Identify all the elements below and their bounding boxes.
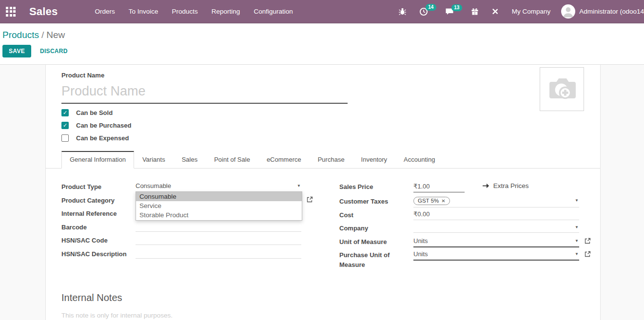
- field-sales-price: Sales Price ₹1.00 Extra Prices: [339, 180, 579, 194]
- menu-configuration[interactable]: Configuration: [247, 0, 299, 22]
- chevron-down-icon[interactable]: ▼: [575, 252, 579, 256]
- messages-chat-icon[interactable]: 13: [445, 8, 454, 16]
- checkbox-label: Can be Purchased: [76, 122, 131, 129]
- field-hsn-sac-code: HSN/SAC Code: [61, 233, 301, 247]
- extra-prices-button[interactable]: Extra Prices: [483, 182, 529, 189]
- checkbox-can-be-purchased[interactable]: Can be Purchased: [61, 122, 600, 129]
- product-type-label: Product Type: [61, 180, 136, 192]
- tab-inventory[interactable]: Inventory: [353, 151, 395, 169]
- field-hsn-sac-description: HSN/SAC Description: [61, 247, 301, 261]
- uom-label: Unit of Measure: [339, 235, 413, 247]
- chevron-down-icon[interactable]: ▼: [575, 198, 579, 203]
- camera-plus-icon: [546, 74, 579, 104]
- field-barcode: Barcode: [61, 220, 301, 234]
- product-name-input[interactable]: [61, 79, 348, 104]
- user-name: Administrator (odoo14: [579, 8, 644, 15]
- checkbox-checked-icon[interactable]: [61, 122, 69, 129]
- tab-sales[interactable]: Sales: [174, 151, 206, 169]
- checkbox-checked-icon[interactable]: [61, 109, 69, 116]
- apps-menu-icon[interactable]: [6, 7, 16, 17]
- save-button[interactable]: SAVE: [2, 45, 31, 57]
- product-name-label: Product Name: [61, 72, 600, 79]
- chevron-down-icon[interactable]: ▼: [575, 225, 579, 229]
- product-category-label: Product Category: [61, 193, 136, 206]
- sales-price-input[interactable]: ₹1.00: [413, 183, 465, 192]
- external-link-icon[interactable]: [585, 251, 591, 257]
- company-switcher[interactable]: My Company: [512, 8, 551, 15]
- general-information-panel: Product Type Consumable ▼ Consumable Ser…: [61, 180, 600, 270]
- sales-price-label: Sales Price: [339, 180, 413, 192]
- cost-input[interactable]: ₹0.00: [413, 208, 579, 220]
- gift-icon[interactable]: [471, 7, 479, 16]
- capability-checkboxes: Can be Sold Can be Purchased Can be Expe…: [61, 109, 600, 142]
- option-service[interactable]: Service: [136, 201, 302, 210]
- checkbox-label: Can be Sold: [76, 109, 113, 116]
- internal-notes-section: Internal Notes This note is only for int…: [61, 292, 600, 320]
- debug-bug-icon[interactable]: [398, 7, 407, 16]
- menu-to-invoice[interactable]: To Invoice: [122, 0, 165, 22]
- checkbox-can-be-sold[interactable]: Can be Sold: [61, 109, 600, 116]
- uom-input[interactable]: Units ▼: [413, 235, 579, 247]
- hsn-sac-code-label: HSN/SAC Code: [61, 233, 136, 245]
- notebook-tabs: General Information Variants Sales Point…: [45, 151, 600, 169]
- tab-accounting[interactable]: Accounting: [395, 151, 443, 169]
- activities-count-badge[interactable]: 14: [426, 4, 436, 11]
- user-menu[interactable]: Administrator (odoo14: [561, 4, 644, 19]
- field-purchase-unit-of-measure: Purchase Unit of Measure Units ▼: [339, 248, 579, 270]
- barcode-label: Barcode: [61, 220, 136, 232]
- internal-notes-title: Internal Notes: [61, 292, 600, 303]
- tax-tag-label: GST 5%: [418, 198, 439, 204]
- cost-value: ₹0.00: [413, 210, 430, 218]
- hsn-sac-description-input[interactable]: [136, 247, 301, 259]
- breadcrumb: Products/New: [2, 30, 644, 40]
- tab-purchase[interactable]: Purchase: [310, 151, 353, 169]
- barcode-input[interactable]: [136, 220, 301, 232]
- checkbox-can-be-expensed[interactable]: Can be Expensed: [61, 134, 600, 142]
- left-column: Product Type Consumable ▼ Consumable Ser…: [61, 180, 301, 270]
- control-panel: Products/New SAVE DISCARD: [0, 23, 644, 65]
- form-sheet: Product Name Can be Sold Can be Purchase…: [45, 65, 601, 320]
- checkbox-unchecked-icon[interactable]: [61, 134, 69, 142]
- external-link-icon[interactable]: [307, 196, 313, 203]
- breadcrumb-separator: /: [39, 30, 46, 40]
- form-buttons: SAVE DISCARD: [2, 45, 644, 57]
- company-input[interactable]: ▼: [413, 221, 579, 233]
- breadcrumb-products-link[interactable]: Products: [2, 30, 39, 40]
- internal-notes-textarea[interactable]: This note is only for internal purposes.: [61, 312, 600, 319]
- chevron-down-icon[interactable]: ▼: [297, 184, 301, 188]
- tab-point-of-sale[interactable]: Point of Sale: [206, 151, 258, 169]
- app-title[interactable]: Sales: [29, 5, 58, 18]
- tab-general-information[interactable]: General Information: [61, 151, 134, 169]
- checkbox-label: Can be Expensed: [76, 134, 129, 142]
- tools-icon[interactable]: [491, 8, 499, 15]
- menu-reporting[interactable]: Reporting: [205, 0, 247, 22]
- purchase-uom-label: Purchase Unit of Measure: [339, 248, 413, 270]
- field-cost: Cost ₹0.00: [339, 208, 579, 222]
- discard-button[interactable]: DISCARD: [34, 45, 74, 57]
- cost-label: Cost: [339, 208, 413, 220]
- activities-clock-icon[interactable]: 14: [419, 7, 428, 16]
- arrow-right-icon: [483, 183, 489, 188]
- customer-taxes-input[interactable]: GST 5% ▼: [413, 194, 579, 207]
- right-column: Sales Price ₹1.00 Extra Prices Customer …: [339, 180, 579, 270]
- tab-variants[interactable]: Variants: [134, 151, 174, 169]
- product-type-value: Consumable: [136, 182, 171, 189]
- purchase-uom-input[interactable]: Units ▼: [413, 248, 579, 261]
- menu-products[interactable]: Products: [165, 0, 205, 22]
- option-consumable[interactable]: Consumable: [136, 192, 302, 201]
- product-type-select[interactable]: Consumable ▼ Consumable Service Storable…: [136, 180, 301, 192]
- product-image-uploader[interactable]: [540, 67, 584, 111]
- tab-ecommerce[interactable]: eCommerce: [258, 151, 310, 169]
- tax-tag[interactable]: GST 5%: [413, 197, 450, 205]
- company-label: Company: [339, 221, 413, 233]
- chevron-down-icon[interactable]: ▼: [575, 239, 579, 243]
- form-view: Product Name Can be Sold Can be Purchase…: [0, 65, 644, 320]
- remove-tag-icon[interactable]: [441, 198, 445, 204]
- menu-orders[interactable]: Orders: [88, 0, 122, 22]
- messages-count-badge[interactable]: 13: [451, 4, 462, 11]
- external-link-icon[interactable]: [585, 238, 591, 244]
- option-storable-product[interactable]: Storable Product: [136, 211, 302, 220]
- internal-reference-label: Internal Reference: [61, 207, 136, 219]
- hsn-sac-code-input[interactable]: [136, 233, 301, 245]
- extra-prices-label: Extra Prices: [493, 182, 529, 189]
